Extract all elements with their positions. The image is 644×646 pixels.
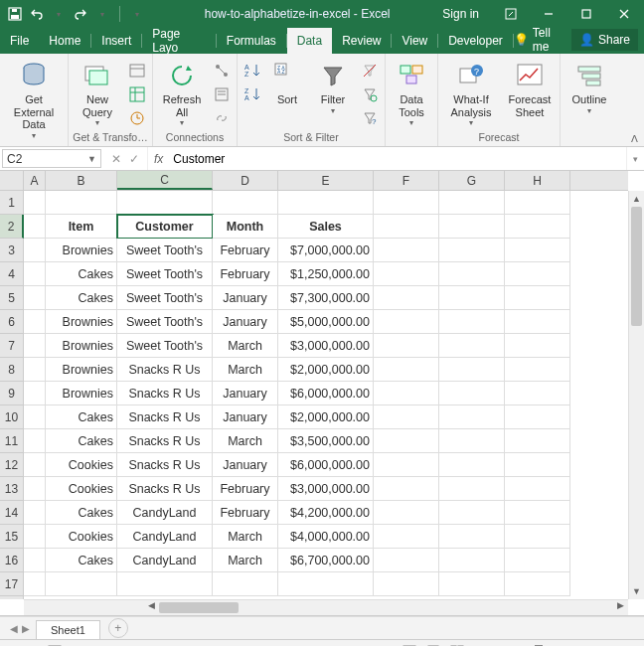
cell[interactable] bbox=[439, 310, 505, 334]
enter-formula-icon[interactable]: ✓ bbox=[129, 152, 139, 166]
cell[interactable] bbox=[213, 572, 278, 596]
cell[interactable] bbox=[439, 286, 505, 310]
cell[interactable]: Brownies bbox=[46, 310, 117, 334]
cell[interactable] bbox=[374, 191, 439, 215]
qat-customize[interactable]: ▾ bbox=[128, 5, 146, 23]
cell[interactable]: Cakes bbox=[46, 262, 117, 286]
cell[interactable]: March bbox=[213, 358, 278, 382]
cell[interactable] bbox=[505, 501, 570, 525]
normal-view-button[interactable] bbox=[399, 642, 420, 646]
cell[interactable] bbox=[505, 382, 570, 405]
cell[interactable]: Cookies bbox=[46, 453, 117, 477]
cell[interactable]: Item bbox=[46, 215, 117, 239]
cell[interactable]: January bbox=[213, 382, 278, 405]
sheet-tab-sheet1[interactable]: Sheet1 bbox=[36, 620, 100, 639]
cell[interactable]: Cakes bbox=[46, 549, 117, 572]
cell[interactable]: March bbox=[213, 429, 278, 453]
col-header-E[interactable]: E bbox=[278, 171, 374, 190]
cell[interactable]: CandyLand bbox=[117, 525, 213, 549]
tab-file[interactable]: File bbox=[0, 28, 39, 54]
cell[interactable] bbox=[374, 286, 439, 310]
collapse-ribbon-icon[interactable]: ᐱ bbox=[631, 133, 638, 144]
row-header-11[interactable]: 11 bbox=[0, 429, 23, 453]
outline-button[interactable]: Outline▾ bbox=[564, 58, 614, 117]
row-header-4[interactable]: 4 bbox=[0, 262, 23, 286]
cell[interactable] bbox=[505, 429, 570, 453]
cell[interactable] bbox=[374, 334, 439, 358]
advanced-filter-icon[interactable]: ? bbox=[359, 107, 381, 129]
cell[interactable] bbox=[505, 358, 570, 382]
cell[interactable]: Brownies bbox=[46, 239, 117, 262]
tab-review[interactable]: Review bbox=[332, 28, 391, 54]
row-header-13[interactable]: 13 bbox=[0, 477, 23, 501]
cell[interactable] bbox=[439, 429, 505, 453]
show-queries-icon[interactable] bbox=[126, 60, 148, 81]
cell[interactable]: Month bbox=[213, 215, 278, 239]
cell[interactable]: March bbox=[213, 549, 278, 572]
cell[interactable]: $6,000,000.00 bbox=[278, 382, 374, 405]
cell[interactable] bbox=[439, 549, 505, 572]
col-header-G[interactable]: G bbox=[439, 171, 505, 190]
cell[interactable] bbox=[24, 334, 46, 358]
sort-asc-button[interactable]: AZ bbox=[242, 60, 263, 81]
cell[interactable]: February bbox=[213, 239, 278, 262]
cell[interactable] bbox=[213, 191, 278, 215]
name-box[interactable]: C2▼ bbox=[2, 149, 101, 168]
cell[interactable] bbox=[24, 310, 46, 334]
cell[interactable] bbox=[505, 572, 570, 596]
cell[interactable] bbox=[24, 191, 46, 215]
redo-dropdown[interactable]: ▾ bbox=[93, 5, 111, 23]
cell[interactable]: Snacks R Us bbox=[117, 358, 213, 382]
cell[interactable] bbox=[374, 405, 439, 429]
cell[interactable]: March bbox=[213, 525, 278, 549]
tab-view[interactable]: View bbox=[392, 28, 437, 54]
row-header-5[interactable]: 5 bbox=[0, 286, 23, 310]
data-tools-button[interactable]: Data Tools▾ bbox=[390, 58, 433, 129]
cell[interactable] bbox=[505, 191, 570, 215]
cell[interactable] bbox=[505, 549, 570, 572]
row-header-9[interactable]: 9 bbox=[0, 382, 23, 405]
cell[interactable] bbox=[24, 429, 46, 453]
sort-button[interactable]: Z AA Z Sort bbox=[267, 58, 307, 108]
clear-filter-icon[interactable] bbox=[359, 60, 381, 81]
cell[interactable] bbox=[439, 262, 505, 286]
cell[interactable]: Cakes bbox=[46, 405, 117, 429]
cell[interactable]: February bbox=[213, 501, 278, 525]
from-table-icon[interactable] bbox=[126, 83, 148, 105]
cell[interactable]: January bbox=[213, 405, 278, 429]
cell[interactable]: February bbox=[213, 262, 278, 286]
cell[interactable]: $5,000,000.00 bbox=[278, 310, 374, 334]
cell[interactable] bbox=[439, 453, 505, 477]
cell[interactable] bbox=[24, 477, 46, 501]
cell[interactable]: Snacks R Us bbox=[117, 429, 213, 453]
cell[interactable]: CandyLand bbox=[117, 549, 213, 572]
cell[interactable] bbox=[505, 239, 570, 262]
horizontal-scrollbar[interactable]: ◀▶ bbox=[24, 599, 628, 615]
cell[interactable] bbox=[439, 501, 505, 525]
cell[interactable]: Sweet Tooth's bbox=[117, 310, 213, 334]
cell[interactable] bbox=[374, 477, 439, 501]
tab-insert[interactable]: Insert bbox=[91, 28, 141, 54]
what-if-button[interactable]: ? What-If Analysis▾ bbox=[442, 58, 500, 129]
cell[interactable]: March bbox=[213, 334, 278, 358]
cell[interactable] bbox=[439, 572, 505, 596]
row-header-1[interactable]: 1 bbox=[0, 191, 23, 215]
cell[interactable]: Snacks R Us bbox=[117, 453, 213, 477]
tell-me[interactable]: 💡Tell me bbox=[514, 26, 562, 54]
cell[interactable] bbox=[24, 262, 46, 286]
cell[interactable] bbox=[439, 215, 505, 239]
cell[interactable] bbox=[24, 358, 46, 382]
fx-icon[interactable]: fx bbox=[148, 147, 169, 170]
edit-links-icon[interactable] bbox=[211, 107, 233, 129]
cell[interactable] bbox=[24, 215, 46, 239]
cell[interactable]: Snacks R Us bbox=[117, 405, 213, 429]
properties-icon[interactable] bbox=[211, 83, 233, 105]
cell[interactable]: $1,250,000.00 bbox=[278, 262, 374, 286]
page-layout-view-button[interactable] bbox=[422, 642, 444, 646]
row-header-15[interactable]: 15 bbox=[0, 525, 23, 549]
refresh-all-button[interactable]: Refresh All▾ bbox=[157, 58, 207, 129]
cell[interactable] bbox=[505, 477, 570, 501]
cell[interactable] bbox=[505, 215, 570, 239]
cell[interactable]: Sweet Tooth's bbox=[117, 262, 213, 286]
cell[interactable] bbox=[374, 572, 439, 596]
